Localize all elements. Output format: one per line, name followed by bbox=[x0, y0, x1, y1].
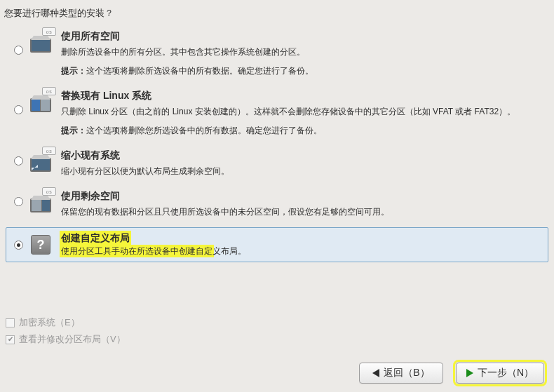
back-button[interactable]: 返回（B） bbox=[359, 363, 443, 384]
review-checkbox bbox=[6, 335, 15, 344]
svg-rect-5 bbox=[41, 100, 50, 111]
radio-custom-layout[interactable] bbox=[14, 241, 23, 250]
radio-free-space[interactable] bbox=[14, 197, 23, 206]
option-desc: 使用分区工具手动在所选设备中创建自定义布局。 bbox=[61, 245, 543, 257]
disk-icon: os bbox=[29, 191, 52, 214]
os-badge-icon: os bbox=[42, 187, 56, 196]
option-desc: 删除所选设备中的所有分区。其中包含其它操作系统创建的分区。 bbox=[61, 46, 543, 58]
wizard-buttons: 返回（B） 下一步（N） bbox=[359, 363, 544, 384]
disk-icon: os bbox=[29, 32, 52, 54]
os-badge-icon: os bbox=[42, 87, 56, 95]
arrow-left-icon bbox=[372, 369, 379, 377]
encrypt-checkbox bbox=[6, 318, 15, 327]
svg-marker-10 bbox=[31, 155, 50, 159]
radio-use-all-space[interactable] bbox=[14, 46, 23, 55]
encrypt-label: 加密系统（E） bbox=[19, 316, 80, 329]
svg-rect-12 bbox=[32, 200, 41, 211]
svg-rect-1 bbox=[32, 40, 50, 51]
svg-marker-2 bbox=[31, 36, 50, 40]
disk-icon: os bbox=[29, 91, 52, 114]
install-options: os 使用所有空间 删除所选设备中的所有分区。其中包含其它操作系统创建的分区。 … bbox=[0, 25, 554, 262]
disk-icon: os bbox=[29, 151, 52, 173]
option-title: 使用剩余空间 bbox=[61, 190, 543, 203]
install-type-prompt: 您要进行哪种类型的安装？ bbox=[0, 0, 554, 25]
option-desc: 保留您的现有数据和分区且只使用所选设备中的未分区空间，假设您有足够的空间可用。 bbox=[61, 205, 543, 218]
next-button[interactable]: 下一步（N） bbox=[456, 363, 544, 384]
encrypt-row: 加密系统（E） bbox=[6, 316, 126, 329]
svg-rect-8 bbox=[32, 159, 50, 170]
lower-options: 加密系统（E） 查看并修改分区布局（V） bbox=[6, 316, 126, 350]
svg-rect-4 bbox=[32, 100, 40, 111]
option-custom-layout[interactable]: ? 创建自定义布局 使用分区工具手动在所选设备中创建自定义布局。 bbox=[6, 227, 548, 262]
radio-shrink[interactable] bbox=[14, 156, 23, 165]
review-row: 查看并修改分区布局（V） bbox=[6, 333, 126, 346]
svg-marker-14 bbox=[31, 196, 50, 200]
option-desc: 缩小现有分区以便为默认布局生成剩余空间。 bbox=[61, 165, 543, 177]
os-badge-icon: os bbox=[42, 147, 56, 155]
radio-replace-linux[interactable] bbox=[14, 105, 23, 114]
back-button-label: 返回（B） bbox=[384, 367, 429, 379]
option-title: 创建自定义布局 bbox=[61, 232, 130, 243]
option-use-all-space[interactable]: os 使用所有空间 删除所选设备中的所有分区。其中包含其它操作系统创建的分区。 … bbox=[4, 25, 550, 85]
option-replace-linux[interactable]: os 替换现有 Linux 系统 只删除 Linux 分区（由之前的 Linux… bbox=[4, 85, 550, 144]
option-hint: 提示：这个选项将删除所选设备中的所有数据。确定您进行了备份。 bbox=[61, 65, 543, 77]
review-label: 查看并修改分区布局（V） bbox=[19, 333, 126, 346]
option-shrink[interactable]: os 缩小现有系统 缩小现有分区以便为默认布局生成剩余空间。 bbox=[4, 144, 550, 185]
arrow-right-icon bbox=[466, 369, 473, 377]
option-hint: 提示：这个选项将删除您所选设备中的所有数据。确定您进行了备份。 bbox=[61, 125, 543, 137]
svg-marker-6 bbox=[31, 95, 50, 100]
option-title: 替换现有 Linux 系统 bbox=[61, 90, 543, 102]
option-title: 使用所有空间 bbox=[61, 30, 543, 43]
svg-rect-13 bbox=[42, 200, 50, 211]
option-desc: 只删除 Linux 分区（由之前的 Linux 安装创建的）。这样就不会删除您存… bbox=[61, 105, 543, 118]
os-badge-icon: os bbox=[42, 27, 56, 36]
next-button-label: 下一步（N） bbox=[478, 367, 534, 379]
question-icon: ? bbox=[31, 235, 50, 255]
option-title: 缩小现有系统 bbox=[61, 149, 543, 162]
option-free-space[interactable]: os 使用剩余空间 保留您的现有数据和分区且只使用所选设备中的未分区空间，假设您… bbox=[4, 185, 550, 226]
